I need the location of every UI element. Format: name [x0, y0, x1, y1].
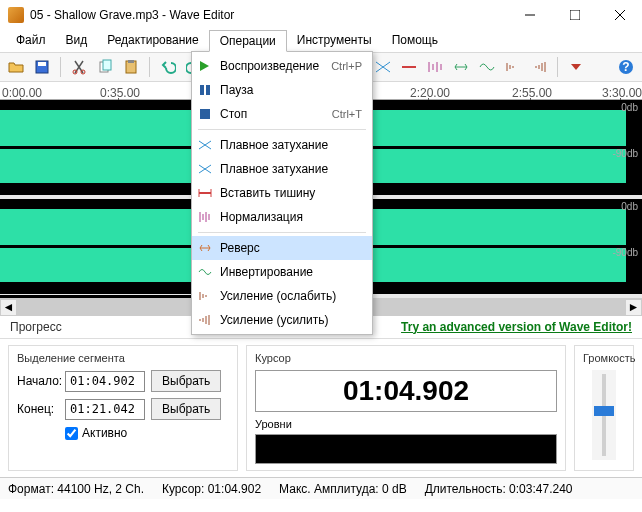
svg-rect-20	[200, 85, 204, 95]
status-amplitude: Макс. Амплитуда: 0 dB	[279, 482, 407, 496]
undo-button[interactable]	[156, 55, 180, 79]
menu-edit[interactable]: Редактирование	[97, 30, 208, 52]
cursor-title: Курсор	[255, 352, 557, 364]
menu-reverse[interactable]: Реверс	[192, 236, 372, 260]
segment-panel: Выделение сегмента Начало: Выбрать Конец…	[8, 345, 238, 471]
menu-help[interactable]: Помощь	[382, 30, 448, 52]
segment-end-input[interactable]	[65, 399, 145, 420]
svg-text:?: ?	[622, 60, 629, 74]
fx-silence-button[interactable]	[397, 55, 421, 79]
panel-area: Выделение сегмента Начало: Выбрать Конец…	[0, 339, 642, 477]
help-button[interactable]: ?	[614, 55, 638, 79]
play-icon	[196, 57, 214, 75]
fx-fadeout-button[interactable]	[371, 55, 395, 79]
menu-fadein[interactable]: Плавное затухание	[192, 133, 372, 157]
segment-end-select-button[interactable]: Выбрать	[151, 398, 221, 420]
maximize-button[interactable]	[552, 0, 597, 30]
segment-title: Выделение сегмента	[17, 352, 229, 364]
scroll-right-icon[interactable]: ►	[625, 299, 642, 316]
menu-operations[interactable]: Операции	[209, 30, 287, 52]
cursor-panel: Курсор 01:04.902 Уровни	[246, 345, 566, 471]
menu-amp-up[interactable]: Усиление (усилить)	[192, 308, 372, 332]
menu-amp-down[interactable]: Усиление (ослабить)	[192, 284, 372, 308]
fx-ampdown-button[interactable]	[501, 55, 525, 79]
db-label: 0db	[621, 201, 638, 212]
app-icon	[8, 7, 24, 23]
fx-normalize-button[interactable]	[423, 55, 447, 79]
window-title: 05 - Shallow Grave.mp3 - Wave Editor	[30, 8, 507, 22]
svg-rect-11	[128, 60, 134, 63]
cut-button[interactable]	[67, 55, 91, 79]
volume-title: Громкость	[583, 352, 625, 364]
db-label: -90db	[612, 148, 638, 159]
settings-button[interactable]	[564, 55, 588, 79]
svg-rect-21	[206, 85, 210, 95]
open-button[interactable]	[4, 55, 28, 79]
menu-stop[interactable]: Стоп Ctrl+T	[192, 102, 372, 126]
titlebar: 05 - Shallow Grave.mp3 - Wave Editor	[0, 0, 642, 30]
segment-start-input[interactable]	[65, 371, 145, 392]
scroll-left-icon[interactable]: ◄	[0, 299, 17, 316]
amp-down-icon	[196, 287, 214, 305]
status-format: Формат: 44100 Hz, 2 Ch.	[8, 482, 144, 496]
normalize-icon	[196, 208, 214, 226]
fx-ampup-button[interactable]	[527, 55, 551, 79]
menu-pause[interactable]: Пауза	[192, 78, 372, 102]
volume-slider[interactable]	[592, 370, 616, 460]
fx-reverse-button[interactable]	[449, 55, 473, 79]
pause-icon	[196, 81, 214, 99]
menu-normalize[interactable]: Нормализация	[192, 205, 372, 229]
menu-fadeout[interactable]: Плавное затухание	[192, 157, 372, 181]
ruler-tick: 3:30.00	[602, 86, 642, 100]
menu-play[interactable]: Воспроизведение Ctrl+P	[192, 54, 372, 78]
status-duration: Длительность: 0:03:47.240	[425, 482, 573, 496]
fadein-icon	[196, 136, 214, 154]
volume-thumb[interactable]	[594, 406, 614, 416]
fx-invert-button[interactable]	[475, 55, 499, 79]
svg-rect-22	[200, 109, 210, 119]
fadeout-icon	[196, 160, 214, 178]
segment-active-checkbox[interactable]	[65, 427, 78, 440]
triangle-down-icon	[571, 64, 581, 70]
statusbar: Формат: 44100 Hz, 2 Ch. Курсор: 01:04.90…	[0, 477, 642, 499]
segment-active-label: Активно	[82, 426, 127, 440]
copy-button[interactable]	[93, 55, 117, 79]
ruler-tick: 0:00.00	[2, 86, 42, 100]
menu-invert[interactable]: Инвертирование	[192, 260, 372, 284]
svg-rect-1	[570, 10, 580, 20]
segment-end-label: Конец:	[17, 402, 59, 416]
progress-label: Прогресс	[10, 320, 62, 334]
status-cursor: Курсор: 01:04.902	[162, 482, 261, 496]
silence-icon	[196, 184, 214, 202]
segment-start-select-button[interactable]: Выбрать	[151, 370, 221, 392]
menu-view[interactable]: Вид	[56, 30, 98, 52]
menubar: Файл Вид Редактирование Операции Инструм…	[0, 30, 642, 52]
upgrade-link[interactable]: Try an advanced version of Wave Editor!	[401, 320, 632, 334]
reverse-icon	[196, 239, 214, 257]
ruler-tick: 2:20.00	[410, 86, 450, 100]
levels-label: Уровни	[255, 418, 557, 430]
volume-panel: Громкость	[574, 345, 634, 471]
cursor-display: 01:04.902	[255, 370, 557, 412]
menu-silence[interactable]: Вставить тишину	[192, 181, 372, 205]
ruler-tick: 0:35.00	[100, 86, 140, 100]
db-label: 0db	[621, 102, 638, 113]
save-button[interactable]	[30, 55, 54, 79]
db-label: -90db	[612, 247, 638, 258]
segment-start-label: Начало:	[17, 374, 59, 388]
amp-up-icon	[196, 311, 214, 329]
menu-file[interactable]: Файл	[6, 30, 56, 52]
stop-icon	[196, 105, 214, 123]
invert-icon	[196, 263, 214, 281]
paste-button[interactable]	[119, 55, 143, 79]
levels-meter	[255, 434, 557, 464]
svg-rect-5	[38, 62, 46, 66]
ruler-tick: 2:55.00	[512, 86, 552, 100]
svg-rect-9	[103, 60, 111, 70]
operations-dropdown[interactable]: Воспроизведение Ctrl+P Пауза Стоп Ctrl+T…	[191, 51, 373, 335]
menu-tools[interactable]: Инструменты	[287, 30, 382, 52]
cursor-value: 01:04.902	[266, 375, 546, 407]
minimize-button[interactable]	[507, 0, 552, 30]
close-button[interactable]	[597, 0, 642, 30]
